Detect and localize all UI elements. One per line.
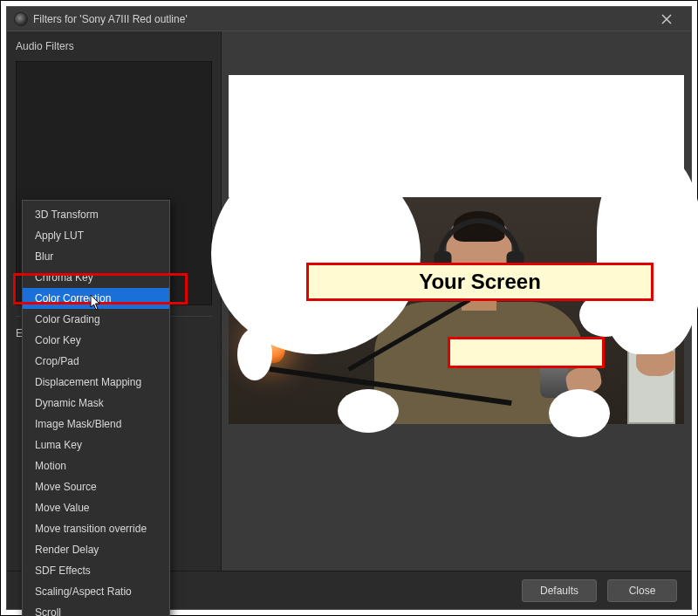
menu-item-motion[interactable]: Motion bbox=[23, 455, 169, 476]
menu-item-scroll[interactable]: Scroll bbox=[23, 602, 169, 616]
window-title: Filters for 'Sony A7III Red outline' bbox=[33, 13, 188, 25]
menu-item-crop-pad[interactable]: Crop/Pad bbox=[23, 351, 169, 372]
defaults-button[interactable]: Defaults bbox=[522, 579, 597, 602]
close-icon[interactable] bbox=[649, 7, 684, 31]
add-filter-context-menu[interactable]: 3D TransformApply LUTBlurChroma KeyColor… bbox=[22, 200, 170, 616]
menu-item-color-key[interactable]: Color Key bbox=[23, 330, 169, 351]
menu-item-sdf-effects[interactable]: SDF Effects bbox=[23, 560, 169, 581]
obs-icon bbox=[14, 12, 28, 26]
menu-item-color-grading[interactable]: Color Grading bbox=[23, 309, 169, 330]
menu-item-move-value[interactable]: Move Value bbox=[23, 497, 169, 518]
preview-canvas bbox=[229, 75, 684, 424]
preview-panel bbox=[222, 31, 691, 571]
menu-item-displacement-mapping[interactable]: Displacement Mapping bbox=[23, 372, 169, 393]
menu-item-3d-transform[interactable]: 3D Transform bbox=[23, 204, 169, 225]
menu-item-apply-lut[interactable]: Apply LUT bbox=[23, 225, 169, 246]
menu-item-image-mask-blend[interactable]: Image Mask/Blend bbox=[23, 414, 169, 435]
menu-item-luma-key[interactable]: Luma Key bbox=[23, 435, 169, 455]
menu-item-move-source[interactable]: Move Source bbox=[23, 476, 169, 497]
menu-item-move-transition-override[interactable]: Move transition override bbox=[23, 518, 169, 539]
close-button[interactable]: Close bbox=[607, 579, 677, 602]
annotation-secondary bbox=[448, 337, 605, 368]
outer-frame: Filters for 'Sony A7III Red outline' Aud… bbox=[0, 0, 698, 616]
menu-item-scaling-aspect-ratio[interactable]: Scaling/Aspect Ratio bbox=[23, 581, 169, 602]
menu-item-color-correction[interactable]: Color Correction bbox=[23, 288, 169, 309]
audio-filters-label: Audio Filters bbox=[16, 38, 212, 56]
menu-item-chroma-key[interactable]: Chroma Key bbox=[23, 267, 169, 288]
menu-item-render-delay[interactable]: Render Delay bbox=[23, 539, 169, 560]
titlebar: Filters for 'Sony A7III Red outline' bbox=[7, 7, 691, 31]
annotation-your-screen: Your Screen bbox=[306, 263, 654, 301]
menu-item-dynamic-mask[interactable]: Dynamic Mask bbox=[23, 393, 169, 414]
menu-item-blur[interactable]: Blur bbox=[23, 246, 169, 267]
keyout-blob bbox=[211, 154, 421, 354]
